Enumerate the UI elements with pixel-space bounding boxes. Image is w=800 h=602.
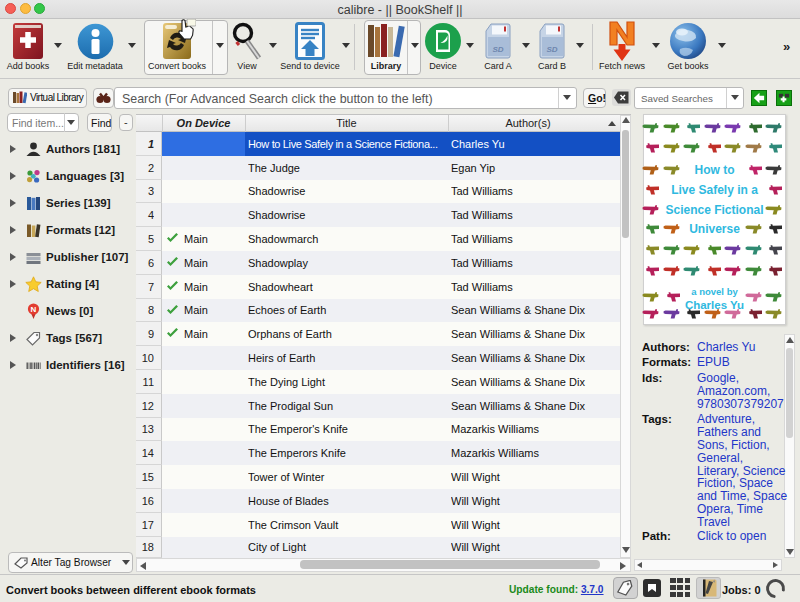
svg-text:SD: SD (546, 45, 557, 54)
svg-text:SD: SD (492, 45, 503, 54)
svg-text:N: N (31, 305, 37, 314)
